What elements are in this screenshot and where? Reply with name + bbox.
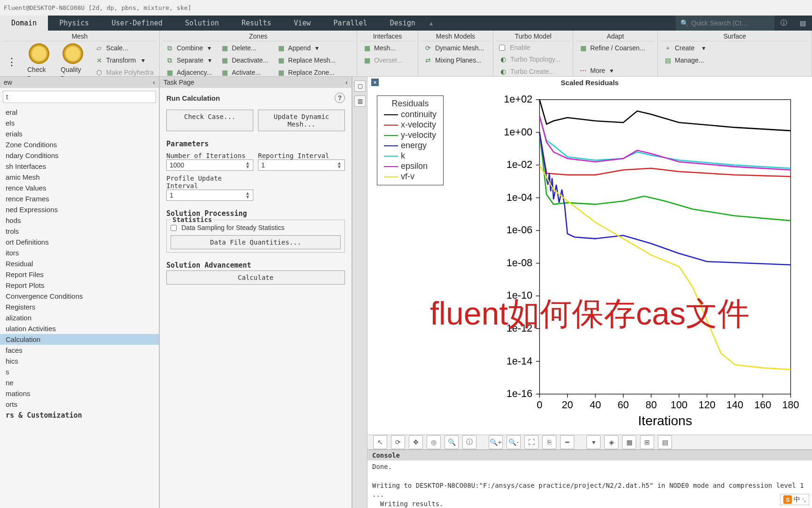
tree-item[interactable]: amic Mesh <box>0 172 159 183</box>
profile-interval-input[interactable]: 1▲▼ <box>166 190 253 201</box>
calculate-button[interactable]: Calculate <box>166 270 345 285</box>
append-button[interactable]: ▦Append▾ <box>274 42 338 54</box>
scale-button[interactable]: ▱Scale... <box>92 42 156 54</box>
tree-item[interactable]: ne <box>0 377 159 388</box>
tree-item[interactable]: rs & Customization <box>0 410 159 421</box>
layout-split-icon[interactable]: ▥ <box>354 95 366 107</box>
tab-parallel[interactable]: Parallel <box>322 16 378 31</box>
tree-item[interactable]: Convergence Conditions <box>0 291 159 302</box>
quality-button[interactable]: Quality ▾ <box>57 42 89 82</box>
help-icon[interactable]: ⓘ <box>774 16 793 31</box>
close-icon[interactable]: × <box>371 79 379 86</box>
tab-view[interactable]: View <box>282 16 322 31</box>
replace-zone-button[interactable]: ▦Replace Zone... <box>274 67 338 78</box>
cube-icon[interactable]: ◈ <box>604 435 618 449</box>
adapt-more-button[interactable]: ⋯More▾ <box>576 65 655 76</box>
tree-item[interactable]: Calculation <box>0 334 159 345</box>
tree-item[interactable]: s <box>0 366 159 377</box>
check-case-button[interactable]: Check Case... <box>166 110 253 131</box>
zoom-out-icon[interactable]: 🔍- <box>507 435 521 449</box>
tree-item[interactable]: Report Files <box>0 269 159 280</box>
pointer-icon[interactable]: ↖ <box>373 435 387 449</box>
enable-checkbox[interactable] <box>499 45 505 51</box>
copy-icon[interactable]: ⎘ <box>542 435 556 449</box>
layout-single-icon[interactable]: ▢ <box>354 80 366 92</box>
tree-item[interactable]: ulation Activities <box>0 323 159 334</box>
display-button[interactable]: ⋮ <box>3 42 21 82</box>
mixing-planes-button[interactable]: ⇄Mixing Planes... <box>421 55 490 66</box>
save-image-icon[interactable]: ▤ <box>658 435 672 449</box>
fit-icon[interactable]: ⛶ <box>524 435 539 449</box>
update-dynamic-mesh-button[interactable]: Update Dynamic Mesh... <box>258 110 345 131</box>
clip-icon[interactable]: ▾ <box>586 435 601 449</box>
delete-button[interactable]: ▦Delete... <box>218 42 271 54</box>
tree-item[interactable]: erials <box>0 128 159 139</box>
view-icon[interactable]: ▦ <box>622 435 636 449</box>
orbit-icon[interactable]: ◎ <box>427 435 441 449</box>
pan-icon[interactable]: ✥ <box>409 435 423 449</box>
tree-item[interactable]: rence Frames <box>0 193 159 204</box>
quick-search-input[interactable]: 🔍 Quick Search (Ct… <box>676 16 774 31</box>
zoom-in-icon[interactable]: 🔍+ <box>489 435 503 449</box>
interfaces-mesh-button[interactable]: ▦Mesh... <box>360 42 415 54</box>
tree-item[interactable]: rence Values <box>0 183 159 193</box>
activate-button[interactable]: ▦Activate... <box>218 67 271 78</box>
deactivate-button[interactable]: ▦Deactivate... <box>218 55 271 66</box>
num-iterations-input[interactable]: 1000▲▼ <box>166 159 253 171</box>
tree-item[interactable]: Report Plots <box>0 280 159 291</box>
tree-item[interactable]: sh Interfaces <box>0 161 159 172</box>
tab-solution[interactable]: Solution <box>174 16 230 31</box>
turbo-topology-button[interactable]: ◐Turbo Topology... <box>496 54 570 65</box>
adjacency-button[interactable]: ▦Adjacency... <box>163 67 215 78</box>
rotate-icon[interactable]: ⟳ <box>391 435 405 449</box>
collapse-icon[interactable]: ‹ <box>153 79 155 86</box>
tree-item[interactable]: faces <box>0 345 159 356</box>
tree-item[interactable]: trols <box>0 226 159 237</box>
ime-indicator[interactable]: S 中 ᐧ, <box>780 494 809 505</box>
tree-item[interactable]: hods <box>0 215 159 226</box>
check-button[interactable]: Check ▾ <box>23 42 54 82</box>
transform-button[interactable]: ⤨Transform▾ <box>92 55 156 66</box>
data-file-quantities-button[interactable]: Data File Quantities... <box>171 235 341 249</box>
ruler-icon[interactable]: ━ <box>560 435 574 449</box>
menu-caret-icon[interactable]: ▴ <box>427 16 436 31</box>
outline-tree[interactable]: eralelserialsZone Conditionsndary Condit… <box>0 106 159 508</box>
tree-item[interactable]: itors <box>0 247 159 258</box>
combine-button[interactable]: ⧉Combine▾ <box>163 42 215 54</box>
panel-toggle-icon[interactable]: ▤ <box>793 16 812 31</box>
turbo-create-button[interactable]: ◐Turbo Create... <box>496 66 570 77</box>
tree-item[interactable]: Zone Conditions <box>0 139 159 150</box>
tree-item[interactable]: eral <box>0 107 159 118</box>
tree-item[interactable]: hics <box>0 356 159 366</box>
probe-icon[interactable]: ⓘ <box>462 435 476 449</box>
tree-item[interactable]: ned Expressions <box>0 204 159 215</box>
tree-item[interactable]: Registers <box>0 302 159 312</box>
zoom-icon[interactable]: 🔍 <box>445 435 459 449</box>
replace-mesh-button[interactable]: ▦Replace Mesh... <box>274 55 338 66</box>
tab-user-defined[interactable]: User-Defined <box>100 16 173 31</box>
reporting-interval-input[interactable]: 1▲▼ <box>258 159 345 171</box>
axes-icon[interactable]: ⊞ <box>640 435 654 449</box>
data-sampling-checkbox[interactable]: Data Sampling for Steady Statistics <box>171 223 341 232</box>
separate-button[interactable]: ⧉Separate▾ <box>163 55 215 66</box>
outline-filter-input[interactable]: t <box>3 91 156 103</box>
tree-item[interactable]: alization <box>0 312 159 323</box>
refine-button[interactable]: ▦Refine / Coarsen... <box>576 42 655 54</box>
tree-item[interactable]: orts <box>0 399 159 410</box>
tree-item[interactable]: ndary Conditions <box>0 150 159 161</box>
tab-design[interactable]: Design <box>379 16 427 31</box>
tab-results[interactable]: Results <box>230 16 282 31</box>
collapse-icon[interactable]: ‹ <box>345 79 348 86</box>
dynamic-mesh-button[interactable]: ⟳Dynamic Mesh... <box>421 42 490 54</box>
tree-item[interactable]: Residual <box>0 258 159 269</box>
surface-manage-button[interactable]: ▤Manage... <box>661 55 809 66</box>
tree-item[interactable]: ort Definitions <box>0 237 159 247</box>
overset-button[interactable]: ▦Overset... <box>360 55 415 66</box>
help-icon[interactable]: ? <box>335 93 345 103</box>
tab-physics[interactable]: Physics <box>48 16 100 31</box>
tab-domain[interactable]: Domain <box>0 16 48 31</box>
tree-item[interactable]: els <box>0 118 159 128</box>
tree-item[interactable]: mations <box>0 388 159 399</box>
surface-create-button[interactable]: +Create▾ <box>661 42 809 54</box>
turbo-enable-checkbox[interactable]: Enable <box>496 42 570 53</box>
